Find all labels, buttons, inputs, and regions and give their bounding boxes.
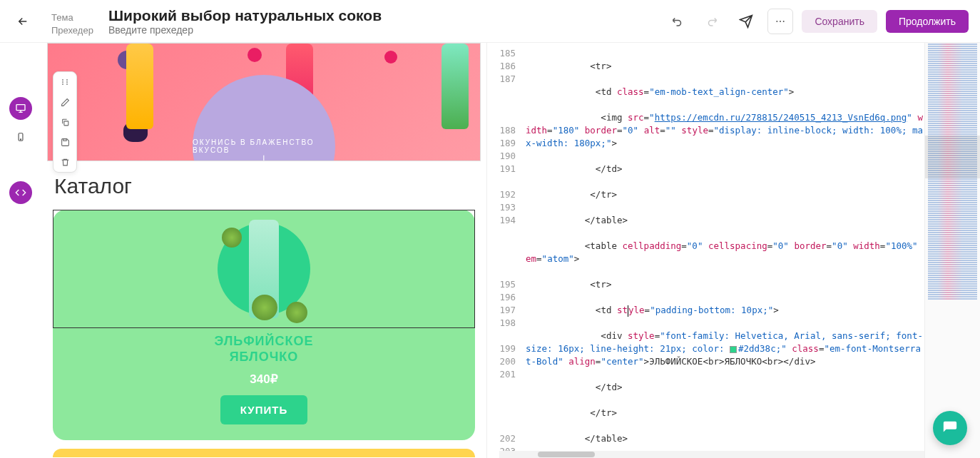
line-gutter: 185 186 187 188 189 190 191 192 193 194 … — [487, 43, 521, 458]
mobile-view-button[interactable] — [9, 126, 32, 148]
more-button[interactable] — [767, 9, 793, 34]
preheader-label: Прехедер — [51, 25, 97, 36]
back-button[interactable] — [11, 10, 34, 33]
product-image-frame[interactable] — [53, 210, 475, 328]
drag-handle[interactable] — [53, 72, 76, 92]
send-button[interactable] — [733, 9, 759, 34]
theme-label: Тема — [51, 12, 97, 23]
title-area: Тема Прехедер — [51, 7, 665, 36]
theme-input[interactable] — [108, 7, 665, 24]
next-card-hint — [53, 449, 475, 457]
svg-rect-3 — [16, 105, 25, 111]
svg-point-5 — [20, 139, 21, 140]
view-rail — [0, 43, 41, 458]
apple-image — [286, 302, 307, 323]
bottle-image — [441, 44, 469, 129]
preview-panel: ОКУНИСЬ В БЛАЖЕНСТВО ВКУСОВ ↓ Каталог — [41, 43, 486, 458]
save-button[interactable]: Сохранить — [802, 10, 877, 33]
hero-block[interactable]: ОКУНИСЬ В БЛАЖЕНСТВО ВКУСОВ ↓ — [47, 43, 481, 161]
svg-point-7 — [66, 79, 68, 81]
arrow-down-icon: ↓ — [260, 149, 268, 161]
desktop-view-button[interactable] — [9, 97, 32, 120]
svg-point-8 — [62, 81, 63, 83]
redo-button[interactable] — [699, 9, 725, 34]
code-editor[interactable]: 185 186 187 188 189 190 191 192 193 194 … — [486, 43, 980, 458]
copy-tool[interactable] — [53, 112, 76, 132]
product-title: ЭЛЬФИЙСКОЕЯБЛОЧКО — [53, 334, 475, 365]
undo-button[interactable] — [665, 9, 690, 34]
chat-bubble[interactable] — [933, 411, 967, 445]
horizontal-scrollbar[interactable] — [499, 451, 924, 458]
svg-point-6 — [62, 79, 63, 81]
svg-point-9 — [66, 81, 68, 83]
svg-point-0 — [777, 21, 778, 22]
svg-rect-12 — [63, 121, 68, 125]
edit-tool[interactable] — [53, 92, 76, 112]
catalog-heading: Каталог — [54, 174, 481, 198]
minimap[interactable]: document.write(Array.from({length:120},(… — [924, 43, 980, 458]
buy-button[interactable]: КУПИТЬ — [220, 395, 307, 424]
bottle-image — [126, 44, 153, 129]
svg-rect-13 — [63, 138, 66, 141]
product-card[interactable]: ЭЛЬФИЙСКОЕЯБЛОЧКО 340₽ КУПИТЬ — [53, 210, 475, 440]
minimap-viewport[interactable] — [925, 136, 980, 178]
code-view-button[interactable] — [9, 181, 32, 204]
apple-image — [222, 228, 242, 248]
hero-cta-circle: ОКУНИСЬ В БЛАЖЕНСТВО ВКУСОВ — [193, 75, 335, 161]
product-price: 340₽ — [53, 372, 475, 387]
svg-point-1 — [780, 21, 781, 22]
delete-tool[interactable] — [53, 152, 76, 172]
save-tool[interactable] — [53, 132, 76, 152]
apple-image — [252, 295, 277, 320]
continue-button[interactable]: Продолжить — [886, 10, 969, 33]
svg-point-10 — [62, 83, 63, 85]
code-content[interactable]: <tr> <td class="em-mob-text_align-center… — [521, 43, 924, 458]
block-toolbar — [53, 71, 77, 173]
svg-point-2 — [783, 21, 785, 22]
preheader-input[interactable] — [108, 24, 665, 36]
svg-point-11 — [66, 83, 68, 85]
